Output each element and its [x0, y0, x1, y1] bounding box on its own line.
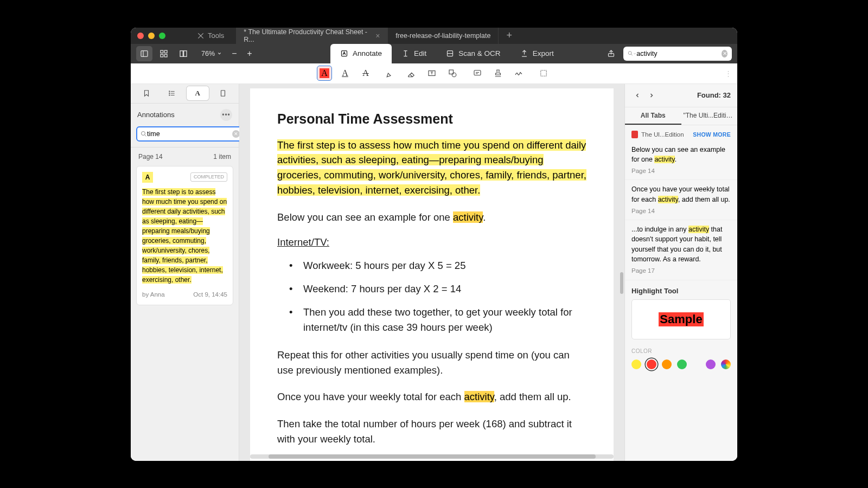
stamp-tool-button[interactable] [490, 66, 506, 81]
search-results-header: Found: 32 [625, 84, 737, 107]
tab-label: * The Ultimate Productivity Cheat Sheet … [244, 28, 370, 43]
signature-tool-button[interactable] [511, 66, 526, 81]
highlight-sample-text: Sample [659, 312, 703, 326]
left-panel-header: Annotations ••• [131, 104, 239, 126]
tools-icon [197, 32, 205, 40]
highlight-a-icon: A [320, 68, 329, 78]
scope-all-tabs[interactable]: All Tabs [625, 107, 681, 125]
annotations-tab[interactable]: A [187, 86, 209, 100]
zoom-in-button[interactable]: + [242, 47, 257, 61]
panel-more-button[interactable]: ••• [220, 109, 232, 121]
thumbnail-view-button[interactable] [156, 46, 172, 61]
bookmarks-tab[interactable] [135, 86, 157, 100]
maximize-window-button[interactable] [159, 33, 165, 39]
note-tool-button[interactable] [470, 66, 485, 81]
list-item: Weekend: 7 hours per day X 2 = 14 [292, 281, 586, 297]
svg-rect-4 [161, 54, 163, 57]
prev-result-button[interactable] [631, 89, 643, 101]
horizontal-scrollbar-thumb[interactable] [269, 454, 596, 459]
tab-label: free-release-of-liability-template [395, 32, 490, 40]
svg-point-16 [452, 73, 456, 77]
annotation-search-input[interactable] [147, 130, 232, 138]
annotation-search-field[interactable]: ✕ [136, 126, 244, 142]
color-swatches [625, 356, 737, 378]
annotation-page-section: Page 14 1 item [131, 147, 239, 166]
color-swatch-yellow[interactable] [631, 359, 641, 369]
doc-paragraph: Once you have your weekly total for each… [277, 389, 586, 404]
pages-tab[interactable] [212, 86, 234, 100]
svg-rect-17 [474, 70, 481, 75]
share-button[interactable] [603, 46, 619, 61]
tab-document-active[interactable]: * The Ultimate Productivity Cheat Sheet … [236, 28, 388, 44]
strikethrough-tool-button[interactable]: A [358, 66, 373, 81]
clear-annotation-search-button[interactable]: ✕ [232, 130, 240, 138]
highlight-tool-button[interactable]: A [317, 66, 332, 81]
search-result-item[interactable]: Once you have your weekly total for each… [625, 180, 737, 220]
zoom-dropdown[interactable]: 76% [197, 50, 226, 57]
tab-document[interactable]: free-release-of-liability-template [388, 28, 499, 44]
scope-current-doc[interactable]: "The Ulti...Edition" [681, 107, 738, 125]
underline-tool-button[interactable]: A [337, 66, 353, 81]
svg-rect-2 [161, 50, 163, 53]
color-swatch-green[interactable] [677, 359, 687, 369]
global-search-field[interactable]: ✕ [623, 47, 732, 61]
sidebar-toggle-button[interactable] [136, 46, 152, 61]
mode-scan[interactable]: Scan & OCR [436, 44, 510, 63]
color-picker-button[interactable] [721, 359, 731, 369]
horizontal-scrollbar-track[interactable] [250, 454, 614, 459]
inspector-section-title: Highlight Tool [625, 280, 737, 299]
toolbar-drag-handle[interactable]: ⋮ [725, 69, 732, 78]
close-window-button[interactable] [137, 33, 144, 39]
annotate-icon [340, 49, 348, 57]
eraser-tool-button[interactable] [404, 66, 419, 81]
zoom-out-button[interactable]: − [227, 47, 241, 61]
vertical-scrollbar[interactable] [620, 272, 623, 294]
pen-tool-button[interactable] [383, 66, 398, 81]
new-tab-button[interactable]: + [499, 30, 520, 41]
mode-tabs: Annotate Edit Scan & OCR Export [330, 44, 564, 63]
section-count-label: 1 item [213, 153, 231, 160]
search-input[interactable] [636, 50, 722, 57]
annotation-card[interactable]: A COMPLETED The first step is to assess … [136, 166, 233, 305]
annotation-excerpt: The first step is to assess how much tim… [142, 187, 227, 285]
scan-icon [446, 49, 454, 57]
outline-tab[interactable] [161, 86, 183, 100]
svg-point-24 [169, 95, 170, 95]
annotation-card-header: A COMPLETED [142, 172, 227, 183]
minimize-window-button[interactable] [148, 33, 155, 39]
two-page-view-button[interactable] [175, 46, 192, 61]
text-box-tool-button[interactable] [424, 66, 439, 81]
color-swatch-purple[interactable] [706, 359, 716, 369]
clear-search-button[interactable]: ✕ [722, 50, 727, 57]
svg-line-27 [145, 134, 146, 136]
color-swatch-red[interactable] [647, 359, 656, 369]
main-body: A Annotations ••• ✕ Page 14 1 item [131, 84, 737, 461]
search-result-item[interactable]: ...to indulge in any activity that doesn… [625, 220, 737, 280]
highlight-preview: Sample [631, 299, 731, 339]
next-result-button[interactable] [646, 89, 658, 101]
annotation-date: Oct 9, 14:45 [193, 290, 227, 299]
doc-subheading: Internet/TV: [277, 236, 329, 248]
result-page: Page 17 [631, 266, 731, 275]
color-swatch-orange[interactable] [662, 359, 672, 369]
tools-menu[interactable]: Tools [197, 31, 224, 40]
doc-paragraph: Below you can see an example for one act… [277, 210, 586, 225]
close-tab-icon[interactable]: × [375, 31, 380, 40]
selection-tool-button[interactable] [536, 66, 551, 81]
mode-export[interactable]: Export [510, 44, 564, 63]
left-panel-tabs: A [131, 84, 239, 104]
mode-edit[interactable]: Edit [392, 44, 436, 63]
left-panel: A Annotations ••• ✕ Page 14 1 item [131, 84, 239, 461]
document-viewport[interactable]: Personal Time Assessment The first step … [239, 84, 624, 461]
svg-rect-18 [541, 70, 547, 76]
search-scope-tabs: All Tabs "The Ulti...Edition" [625, 107, 737, 125]
show-more-link[interactable]: SHOW MORE [693, 131, 731, 138]
mode-annotate[interactable]: Annotate [330, 44, 392, 63]
search-result-item[interactable]: Below you can see an example for one act… [625, 140, 737, 181]
shape-tool-button[interactable] [445, 66, 460, 81]
mode-label: Edit [414, 49, 426, 57]
svg-point-12 [628, 52, 631, 55]
mode-label: Annotate [353, 49, 382, 57]
annotation-card-footer: by Anna Oct 9, 14:45 [142, 290, 227, 299]
doc-heading: Personal Time Assessment [277, 111, 586, 127]
